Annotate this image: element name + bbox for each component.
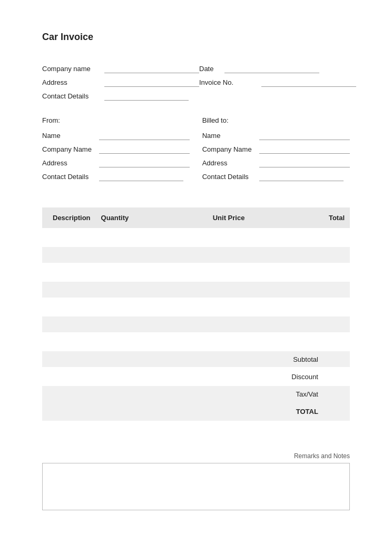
row4-price[interactable] [134, 282, 324, 298]
billed-contact-input[interactable] [259, 172, 344, 181]
billed-contact-label: Contact Details [202, 173, 255, 181]
page-title: Car Invoice [42, 32, 350, 43]
address-input[interactable] [104, 77, 199, 87]
row5-qty[interactable] [96, 298, 134, 316]
billed-company-input[interactable] [259, 144, 350, 154]
remarks-section: Remarks and Notes [42, 452, 350, 510]
row6-price[interactable] [134, 316, 324, 332]
row4-qty[interactable] [96, 282, 134, 298]
row3-desc[interactable] [42, 263, 96, 282]
company-name-input[interactable] [104, 64, 199, 73]
table-row [42, 247, 350, 263]
invoice-no-row: Invoice No. [199, 77, 356, 87]
from-contact-row: Contact Details [42, 172, 190, 181]
row1-price[interactable] [134, 228, 324, 247]
from-address-input[interactable] [99, 158, 190, 167]
table-header-row: Description Quantity Unit Price Total [42, 207, 350, 228]
discount-spacer [42, 367, 134, 386]
billed-address-input[interactable] [259, 158, 350, 167]
col-description: Description [42, 207, 96, 228]
date-input[interactable] [224, 64, 319, 73]
row3-qty[interactable] [96, 263, 134, 282]
contact-details-row: Contact Details [42, 91, 199, 101]
header-fields: Company name Address Contact Details Dat… [42, 64, 350, 101]
subtotal-label: Subtotal [134, 351, 324, 367]
row3-price[interactable] [134, 263, 324, 282]
row1-qty[interactable] [96, 228, 134, 247]
col-total: Total [324, 207, 350, 228]
row5-desc[interactable] [42, 298, 96, 316]
billed-name-row: Name [202, 131, 350, 140]
total-spacer [42, 402, 134, 421]
row5-price[interactable] [134, 298, 324, 316]
date-label: Date [199, 65, 220, 73]
from-billed-section: From: Name Company Name Address Contact … [42, 116, 350, 181]
row2-price[interactable] [134, 247, 324, 263]
table-section: Description Quantity Unit Price Total [42, 207, 350, 421]
from-name-row: Name [42, 131, 190, 140]
from-contact-input[interactable] [99, 172, 183, 181]
tax-label: Tax/Vat [134, 386, 324, 402]
invoice-no-input[interactable] [261, 77, 356, 87]
discount-label: Discount [134, 367, 324, 386]
total-label: TOTAL [134, 402, 324, 421]
table-row [42, 263, 350, 282]
remarks-label: Remarks and Notes [42, 452, 350, 460]
remarks-box[interactable] [42, 463, 350, 510]
table-row [42, 298, 350, 316]
billed-block: Billed to: Name Company Name Address Con… [202, 116, 350, 181]
invoice-table: Description Quantity Unit Price Total [42, 207, 350, 421]
company-name-label: Company name [42, 65, 100, 73]
from-company-input[interactable] [99, 144, 190, 154]
from-block: From: Name Company Name Address Contact … [42, 116, 190, 181]
row2-total[interactable] [324, 247, 350, 263]
billed-name-label: Name [202, 132, 255, 140]
address-row: Address [42, 77, 199, 87]
row4-desc[interactable] [42, 282, 96, 298]
discount-row: Discount [42, 367, 350, 386]
table-row [42, 228, 350, 247]
row2-desc[interactable] [42, 247, 96, 263]
tax-spacer [42, 386, 134, 402]
row7-desc[interactable] [42, 332, 96, 351]
company-name-row: Company name [42, 64, 199, 73]
row5-total[interactable] [324, 298, 350, 316]
row7-price [134, 332, 324, 351]
from-name-input[interactable] [99, 131, 190, 140]
row2-qty[interactable] [96, 247, 134, 263]
invoice-no-label: Invoice No. [199, 78, 257, 86]
total-row: TOTAL [42, 402, 350, 421]
header-left: Company name Address Contact Details [42, 64, 199, 101]
row1-total[interactable] [324, 228, 350, 247]
contact-details-input[interactable] [104, 91, 189, 101]
row4-total[interactable] [324, 282, 350, 298]
row1-desc[interactable] [42, 228, 96, 247]
discount-value[interactable] [324, 367, 350, 386]
from-company-row: Company Name [42, 144, 190, 154]
table-row [42, 316, 350, 332]
date-row: Date [199, 64, 356, 73]
row3-total[interactable] [324, 263, 350, 282]
from-address-row: Address [42, 158, 190, 167]
row6-total[interactable] [324, 316, 350, 332]
row6-qty[interactable] [96, 316, 134, 332]
col-quantity: Quantity [96, 207, 134, 228]
tax-value[interactable] [324, 386, 350, 402]
address-label: Address [42, 78, 100, 86]
billed-fields: Name Company Name Address Contact Detail… [202, 131, 350, 181]
contact-details-label: Contact Details [42, 92, 100, 100]
subtotal-value[interactable] [324, 351, 350, 367]
from-fields: Name Company Name Address Contact Detail… [42, 131, 190, 181]
from-contact-label: Contact Details [42, 173, 95, 181]
table-row [42, 282, 350, 298]
billed-address-label: Address [202, 159, 255, 167]
billed-company-label: Company Name [202, 145, 255, 153]
billed-address-row: Address [202, 158, 350, 167]
total-value[interactable] [324, 402, 350, 421]
row7-total [324, 332, 350, 351]
row7-qty[interactable] [96, 332, 134, 351]
row6-desc[interactable] [42, 316, 96, 332]
billed-contact-row: Contact Details [202, 172, 350, 181]
billed-name-input[interactable] [259, 131, 350, 140]
from-heading: From: [42, 116, 190, 124]
